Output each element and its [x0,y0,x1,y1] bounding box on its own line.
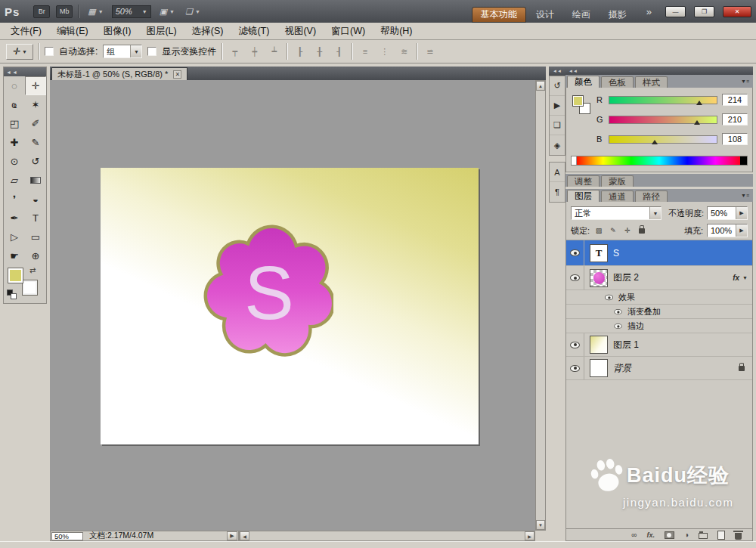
fx-collapse-icon[interactable]: ▼ [742,275,748,280]
layer-thumbnail-gradient[interactable] [590,336,608,354]
tab-swatches[interactable]: 色板 [601,76,634,88]
styles-panel-button[interactable]: ❏ [550,116,565,135]
status-flyout-icon[interactable]: ▶ [227,531,237,540]
layer-row-s[interactable]: T S [566,240,752,266]
menu-edit[interactable]: 编辑(E) [49,23,96,39]
tab-channels[interactable]: 通道 [601,190,634,202]
distribute-top-edges-button[interactable]: ≡ [358,45,372,59]
horizontal-scrollbar[interactable]: ◀ ▶ [239,531,535,541]
move-tool[interactable]: ✛ [25,76,46,95]
close-button[interactable]: ✕ [723,6,751,17]
crop-tool[interactable]: ◰ [4,114,25,133]
spot-healing-brush-tool[interactable]: ✚ [4,133,25,152]
spectrum-white-cap[interactable] [572,156,577,165]
lock-transparent-pixels-button[interactable]: ▨ [593,225,604,236]
foreground-color-swatch[interactable] [8,268,23,283]
default-colors-icon[interactable] [7,289,18,300]
link-layers-button[interactable]: ∞ [631,531,637,539]
red-channel-value-input[interactable]: 214 [722,94,748,106]
workspace-tab-photography[interactable]: 摄影 [600,7,635,23]
type-tool[interactable]: T [25,209,46,228]
document-image[interactable]: S [101,168,479,444]
workspace-tab-basic-functions[interactable]: 基本功能 [472,7,526,23]
layer-name[interactable]: 图层 2 [613,271,639,284]
workspace-overflow-chevron-icon[interactable]: » [646,6,652,17]
blur-tool[interactable]: ❜ [4,190,25,209]
elliptical-marquee-tool[interactable]: ◌ [4,76,25,95]
align-right-edges-button[interactable]: ┨ [332,45,346,59]
tab-layers[interactable]: 图层 [567,190,600,202]
menu-help[interactable]: 帮助(H) [373,23,420,39]
auto-align-layers-button[interactable]: ≌ [423,45,437,59]
flyout-arrow-icon[interactable]: ▶ [736,224,747,237]
visibility-toggle[interactable] [566,266,584,289]
red-channel-slider[interactable] [609,96,717,104]
dock-collapse-header[interactable]: ◄◄ [549,67,565,76]
layer-thumbnail-white[interactable] [590,359,608,377]
layer-thumbnail-blob[interactable] [590,269,608,287]
layer-fx-badge[interactable]: fx [733,274,739,282]
effect-stroke-row[interactable]: 描边 [566,319,752,333]
rectangle-tool[interactable]: ▭ [25,228,46,246]
tab-paths[interactable]: 路径 [635,190,668,202]
workspace-tab-design[interactable]: 设计 [528,7,562,23]
tab-masks[interactable]: 蒙版 [601,175,634,187]
right-dock-header[interactable]: ◄◄ [565,67,753,75]
status-zoom-input[interactable]: 50% [51,532,83,540]
restore-button[interactable]: ❐ [694,6,714,17]
minimize-button[interactable]: — [665,6,686,17]
arrange-documents-button[interactable]: ▣▼ [157,7,177,17]
view-extras-button[interactable]: ▦▼ [85,7,105,17]
tool-preset-button[interactable]: ✛▼ [6,44,33,60]
menu-image[interactable]: 图像(I) [96,23,139,39]
clone-stamp-tool[interactable]: ⊙ [4,152,25,171]
bridge-button[interactable]: Br [33,5,50,18]
actions-panel-button[interactable]: ▶ [550,96,565,116]
align-vertical-centers-button[interactable]: ┿ [247,45,262,59]
document-close-icon[interactable]: ✕ [173,70,181,79]
zoom-level-dropdown[interactable]: 50%▼ [112,5,151,18]
slider-thumb[interactable] [652,140,658,144]
layer-style-button[interactable]: fx. [646,531,655,539]
foreground-color-swatch[interactable] [572,95,584,107]
dodge-tool[interactable]: ◒ [25,190,46,209]
eye-icon[interactable] [614,323,621,328]
slider-thumb[interactable] [696,101,702,105]
auto-select-checkbox[interactable] [45,47,54,56]
green-channel-value-input[interactable]: 210 [722,113,748,125]
blend-mode-dropdown[interactable]: 正常▼ [571,206,662,220]
tab-styles[interactable]: 样式 [635,76,668,88]
hand-tool[interactable]: ☛ [4,246,25,265]
brush-tool[interactable]: ✎ [25,133,46,152]
history-panel-button[interactable]: ↺ [550,76,565,96]
layer-name[interactable]: 图层 1 [613,339,639,351]
history-brush-tool[interactable]: ↺ [25,152,46,171]
green-channel-slider[interactable] [609,116,717,124]
menu-window[interactable]: 窗口(W) [324,23,373,39]
paragraph-panel-button[interactable]: ¶ [550,182,565,202]
panel-menu-icon[interactable]: ▼≡ [741,193,749,198]
lock-position-button[interactable]: ✛ [622,225,633,236]
eye-icon[interactable] [614,308,621,314]
pen-tool[interactable]: ✒ [4,209,25,228]
layer-name[interactable]: S [613,248,619,259]
eye-icon[interactable] [605,294,613,300]
distribute-left-edges-button[interactable]: ≋ [397,45,411,59]
blue-channel-value-input[interactable]: 108 [722,133,748,145]
auto-select-scope-dropdown[interactable]: 组▼ [103,45,142,58]
align-bottom-edges-button[interactable]: ┷ [267,45,281,59]
swap-colors-icon[interactable]: ⇄ [29,266,36,274]
magic-wand-tool[interactable]: ✶ [25,95,46,114]
visibility-toggle[interactable] [566,357,584,379]
align-horizontal-centers-button[interactable]: ╂ [312,45,327,59]
gradient-tool[interactable] [25,171,46,190]
menu-filter[interactable]: 滤镜(T) [231,23,277,39]
layer-row-background[interactable]: 背景 [566,357,752,380]
new-adjustment-layer-button[interactable]: ◑ [684,531,689,539]
document-tab[interactable]: 未标题-1 @ 50% (S, RGB/8) * ✕ [51,67,187,80]
info-panel-button[interactable]: ◈ [550,135,565,155]
lasso-tool[interactable]: ҩ [4,95,25,114]
align-top-edges-button[interactable]: ┯ [228,45,242,59]
visibility-toggle[interactable] [566,240,584,265]
slider-thumb[interactable] [694,120,700,125]
